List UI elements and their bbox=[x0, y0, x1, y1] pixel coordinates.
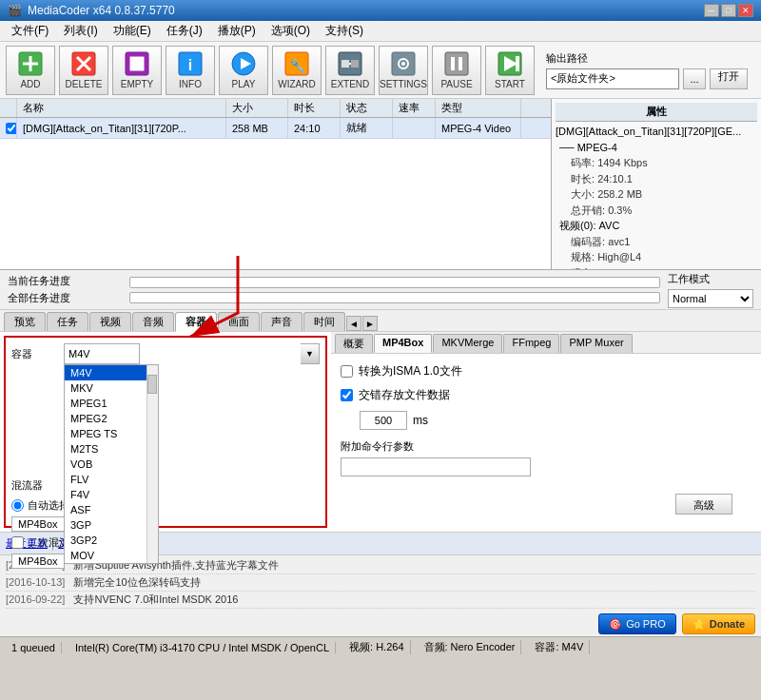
interleave-checkbox[interactable] bbox=[341, 389, 353, 401]
empty-button[interactable]: EMPTY bbox=[112, 46, 162, 95]
isma-checkbox[interactable] bbox=[341, 365, 353, 378]
option-flv[interactable]: FLV bbox=[65, 472, 158, 487]
second-pass-checkbox[interactable] bbox=[11, 536, 24, 549]
menu-task[interactable]: 任务(J) bbox=[159, 21, 210, 41]
interleave-row: 交错存放文件数据 bbox=[341, 387, 751, 403]
tab-task[interactable]: 任务 bbox=[47, 312, 88, 331]
tab-preview[interactable]: 预览 bbox=[4, 312, 46, 331]
menu-list[interactable]: 列表(I) bbox=[56, 21, 105, 41]
svg-rect-22 bbox=[451, 57, 455, 70]
file-checkbox[interactable] bbox=[0, 118, 17, 138]
container-input[interactable] bbox=[64, 343, 140, 364]
mp4box-content: 转换为ISMA 1.0文件 交错存放文件数据 ms 附加命令行参数 高级 bbox=[331, 354, 761, 532]
option-m2ts[interactable]: M2TS bbox=[65, 441, 158, 457]
maximize-button[interactable]: □ bbox=[721, 4, 736, 17]
ms-row: ms bbox=[360, 411, 751, 430]
tab-picture[interactable]: 画面 bbox=[218, 312, 260, 331]
status-cpu: Intel(R) Core(TM) i3-4170 CPU / Intel MS… bbox=[69, 642, 336, 653]
menu-support[interactable]: 支持(S) bbox=[318, 21, 371, 41]
tab-container[interactable]: 容器 bbox=[175, 312, 217, 332]
option-mov[interactable]: MOV bbox=[65, 548, 158, 563]
option-mkv[interactable]: MKV bbox=[65, 380, 158, 396]
sub-tab-mp4box[interactable]: MP4Box bbox=[374, 334, 432, 353]
title-bar: 🎬 MediaCoder x64 0.8.37.5770 ─ □ ✕ bbox=[0, 0, 761, 21]
menu-options[interactable]: 选项(O) bbox=[263, 21, 318, 41]
svg-rect-15 bbox=[341, 60, 349, 68]
option-vob[interactable]: VOB bbox=[65, 457, 158, 472]
play-icon bbox=[230, 50, 257, 77]
open-folder-button[interactable]: 打开 bbox=[710, 68, 748, 89]
option-m4v[interactable]: M4V bbox=[65, 365, 158, 380]
file-row[interactable]: [DMG][Attack_on_Titan][31][720P... 258 M… bbox=[0, 118, 551, 139]
option-mpeg1[interactable]: MPEG1 bbox=[65, 396, 158, 411]
dropdown-scrollbar[interactable] bbox=[146, 365, 158, 563]
sub-tab-pmp-muxer[interactable]: PMP Muxer bbox=[560, 334, 632, 353]
prop-profile: 规格: High@L4 bbox=[571, 249, 757, 265]
tab-audio[interactable]: 音频 bbox=[132, 312, 174, 331]
advanced-button[interactable]: 高级 bbox=[675, 494, 732, 515]
sub-tab-overview[interactable]: 概要 bbox=[335, 334, 373, 353]
isma-label: 转换为ISMA 1.0文件 bbox=[359, 363, 462, 379]
properties-header: 属性 bbox=[556, 103, 757, 122]
minimize-button[interactable]: ─ bbox=[704, 4, 719, 17]
option-f4v[interactable]: F4V bbox=[65, 487, 158, 502]
work-mode-select[interactable]: Normal Fast Slow Custom bbox=[668, 289, 753, 308]
sub-tab-ffmpeg[interactable]: FFmpeg bbox=[503, 334, 559, 353]
settings-button[interactable]: SETTINGS bbox=[379, 46, 428, 95]
tab-sound[interactable]: 声音 bbox=[261, 312, 302, 331]
option-mpeg-ts[interactable]: MPEG TS bbox=[65, 426, 158, 441]
title-bar-icon: 🎬 bbox=[8, 4, 22, 17]
menu-file[interactable]: 文件(F) bbox=[4, 21, 56, 41]
right-content: 概要 MP4Box MKVMerge FFmpeg PMP Muxer 转换为I… bbox=[331, 332, 761, 532]
prop-size: 大小: 258.2 MB bbox=[571, 186, 757, 203]
add-button[interactable]: ADD bbox=[6, 46, 55, 95]
status-video: 视频: H.264 bbox=[343, 640, 410, 654]
extend-button[interactable]: EXTEND bbox=[325, 46, 375, 95]
close-button[interactable]: ✕ bbox=[738, 4, 753, 17]
browse-button[interactable]: ... bbox=[683, 68, 706, 89]
sub-tab-mkvmerge[interactable]: MKVMerge bbox=[433, 334, 502, 353]
option-3gp2[interactable]: 3GP2 bbox=[65, 533, 158, 548]
donate-button[interactable]: ⭐ Donate bbox=[682, 613, 755, 634]
properties-content: [DMG][Attack_on_Titan][31][720P][GE... ─… bbox=[556, 124, 757, 269]
svg-text:🔧: 🔧 bbox=[289, 58, 306, 74]
extra-params-input[interactable] bbox=[341, 457, 531, 476]
play-button[interactable]: PLAY bbox=[219, 46, 268, 95]
container-settings-panel: 容器 ▼ M4V MKV MPEG1 MPEG2 MPEG TS M2TS VO… bbox=[4, 336, 327, 528]
option-3gp[interactable]: 3GP bbox=[65, 517, 158, 533]
status-audio: 音频: Nero Encoder bbox=[419, 640, 522, 654]
container-dropdown-arrow[interactable]: ▼ bbox=[301, 343, 320, 364]
tabs-container: 预览 任务 视频 音频 容器 画面 声音 时间 ◄ ► bbox=[0, 310, 761, 332]
sub-tabs-row: 概要 MP4Box MKVMerge FFmpeg PMP Muxer bbox=[331, 332, 761, 354]
auto-select-radio[interactable] bbox=[11, 499, 24, 512]
tab-video[interactable]: 视频 bbox=[89, 312, 131, 331]
tab-arrow-right[interactable]: ► bbox=[362, 316, 378, 331]
info-button[interactable]: i INFO bbox=[166, 46, 215, 95]
start-button[interactable]: START bbox=[485, 46, 535, 95]
tab-arrow-left[interactable]: ◄ bbox=[346, 316, 361, 331]
gopro-button[interactable]: 🎯 Go PRO bbox=[598, 613, 676, 634]
option-mpeg2[interactable]: MPEG2 bbox=[65, 411, 158, 426]
pause-button[interactable]: PAUSE bbox=[432, 46, 481, 95]
ms-input[interactable] bbox=[360, 411, 407, 430]
svg-rect-26 bbox=[516, 56, 519, 71]
svg-text:i: i bbox=[188, 57, 192, 73]
extend-label: EXTEND bbox=[331, 79, 370, 89]
muxer-label: 混流器 bbox=[11, 478, 64, 493]
work-mode-label: 工作模式 bbox=[668, 272, 710, 286]
output-path-input[interactable] bbox=[546, 68, 679, 89]
settings-label: SETTINGS bbox=[380, 79, 427, 89]
file-list-panel: 名称 大小 时长 状态 速率 类型 [DMG][Attack_on_Titan]… bbox=[0, 99, 552, 269]
menu-play[interactable]: 播放(P) bbox=[210, 21, 263, 41]
prop-codec: 编码器: avc1 bbox=[571, 234, 757, 250]
svg-rect-23 bbox=[459, 57, 462, 70]
delete-button[interactable]: DELETE bbox=[59, 46, 108, 95]
star-icon: ⭐ bbox=[693, 618, 706, 631]
wizard-button[interactable]: 🔧 WIZARD bbox=[272, 46, 322, 95]
status-queued: 1 queued bbox=[6, 642, 62, 653]
option-asf[interactable]: ASF bbox=[65, 502, 158, 517]
file-name: [DMG][Attack_on_Titan][31][720P... bbox=[17, 118, 226, 138]
wizard-label: WIZARD bbox=[278, 79, 315, 89]
menu-function[interactable]: 功能(E) bbox=[106, 21, 159, 41]
tab-time[interactable]: 时间 bbox=[303, 312, 345, 331]
